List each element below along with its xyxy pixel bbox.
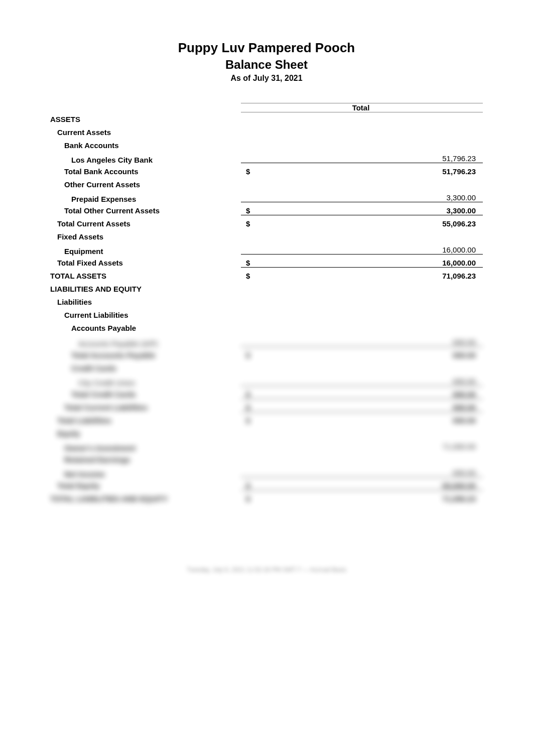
- obscured-row: Credit Cards: [50, 362, 483, 375]
- la-city-bank-row: Los Angeles City Bank 51,796.23: [50, 153, 483, 166]
- obscured-row: City Credit Union 000.00: [50, 375, 483, 389]
- liabilities-heading: Liabilities: [50, 296, 483, 309]
- obscured-row: Total Current Liabilities $000.00: [50, 402, 483, 415]
- obscured-row: Accounts Payable (A/P) 000.00: [50, 336, 483, 349]
- bank-accounts-heading: Bank Accounts: [50, 140, 483, 153]
- obscured-row: Total Accounts Payable $000.00: [50, 349, 483, 362]
- report-header: Puppy Luv Pampered Pooch Balance Sheet A…: [50, 40, 483, 83]
- report-date: As of July 31, 2021: [50, 74, 483, 83]
- report-title: Balance Sheet: [50, 58, 483, 72]
- balance-sheet-table: Total ASSETS Current Assets Bank Account…: [50, 103, 483, 506]
- obscured-row: Total Liabilities $000.00: [50, 415, 483, 428]
- other-current-assets-heading: Other Current Assets: [50, 179, 483, 192]
- assets-heading: ASSETS: [50, 113, 483, 127]
- company-name: Puppy Luv Pampered Pooch: [50, 40, 483, 56]
- total-other-current-assets-row: Total Other Current Assets $3,300.00: [50, 205, 483, 218]
- prepaid-expenses-row: Prepaid Expenses 3,300.00: [50, 192, 483, 205]
- obscured-row: Total Credit Cards $000.00: [50, 389, 483, 402]
- total-fixed-assets-row: Total Fixed Assets $16,000.00: [50, 257, 483, 270]
- obscured-row: Total Equity $00,000.00: [50, 480, 483, 493]
- total-current-assets-row: Total Current Assets $55,096.23: [50, 218, 483, 231]
- obscured-row: Retained Earnings: [50, 454, 483, 467]
- fixed-assets-heading: Fixed Assets: [50, 231, 483, 244]
- current-liabilities-heading: Current Liabilities: [50, 309, 483, 322]
- current-assets-heading: Current Assets: [50, 127, 483, 140]
- obscured-row: Net Income 000.00: [50, 467, 483, 480]
- accounts-payable-heading: Accounts Payable: [50, 322, 483, 335]
- liabilities-equity-heading: LIABILITIES AND EQUITY: [50, 283, 483, 296]
- equipment-row: Equipment 16,000.00: [50, 244, 483, 257]
- column-header-row: Total: [50, 103, 483, 112]
- total-assets-row: TOTAL ASSETS $71,096.23: [50, 270, 483, 283]
- obscured-row: Owner's Investment 71,000.00: [50, 441, 483, 454]
- obscured-row: Equity: [50, 428, 483, 441]
- obscured-row: TOTAL LIABILITIES AND EQUITY $71,096.23: [50, 493, 483, 506]
- report-footer: Tuesday, July 6, 2021 11:52:16 PM GMT-7 …: [50, 566, 483, 573]
- obscured-section: Accounts Payable (A/P) 000.00 Total Acco…: [50, 336, 483, 506]
- total-bank-accounts-row: Total Bank Accounts $51,796.23: [50, 166, 483, 179]
- total-column-header: Total: [246, 103, 476, 112]
